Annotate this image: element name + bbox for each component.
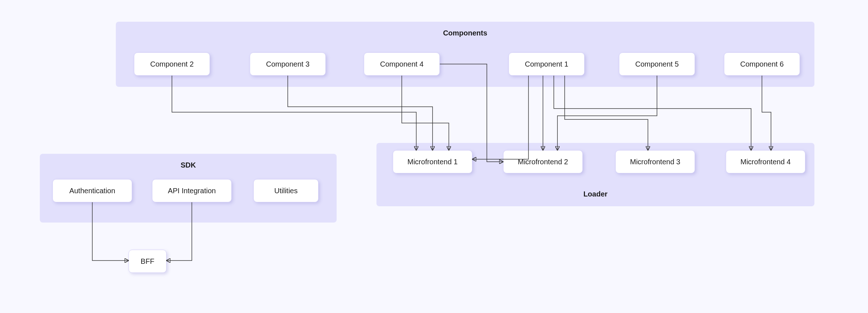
- node-component-4: Component 4: [364, 52, 440, 76]
- node-authentication: Authentication: [52, 179, 132, 202]
- group-title-loader: Loader: [376, 190, 814, 198]
- diagram-stage: Components Loader SDK Component 2 Compon…: [0, 0, 868, 313]
- node-component-2: Component 2: [134, 52, 210, 76]
- node-component-1: Component 1: [509, 52, 585, 76]
- node-component-6: Component 6: [724, 52, 800, 76]
- node-microfrontend-3: Microfrontend 3: [615, 150, 695, 173]
- node-utilities: Utilities: [253, 179, 319, 202]
- node-component-3: Component 3: [250, 52, 326, 76]
- node-microfrontend-1: Microfrontend 1: [393, 150, 472, 173]
- group-title-components: Components: [116, 29, 814, 37]
- node-microfrontend-4: Microfrontend 4: [726, 150, 805, 173]
- node-bff: BFF: [128, 250, 167, 273]
- node-microfrontend-2: Microfrontend 2: [503, 150, 583, 173]
- node-api-integration: API Integration: [152, 179, 232, 202]
- group-title-sdk: SDK: [40, 161, 337, 169]
- node-component-5: Component 5: [619, 52, 695, 76]
